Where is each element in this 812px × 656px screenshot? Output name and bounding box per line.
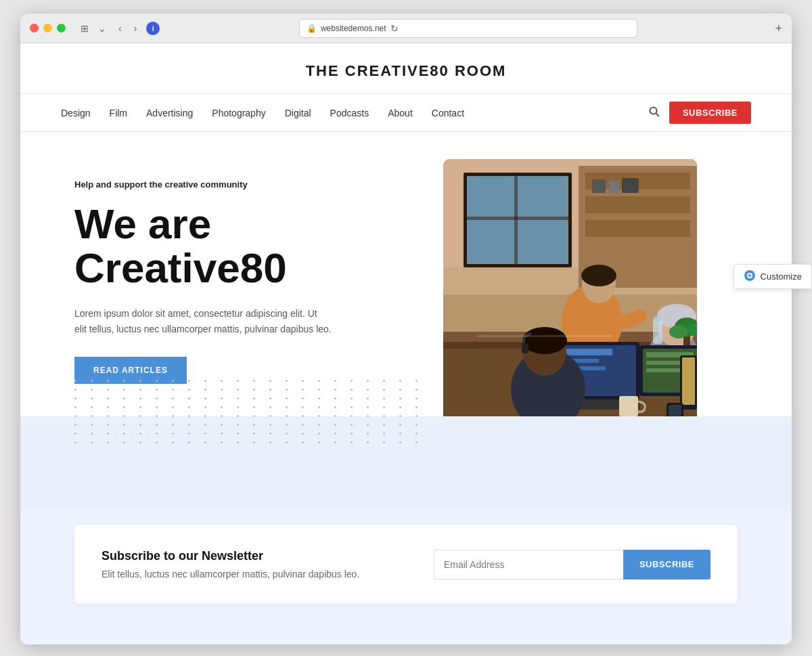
browser-window: ⊞ ⌄ ‹ › i 🔒 websitedemos.net ↻ + THE CRE… (20, 14, 792, 644)
hero-heading-line2: Creative80 (74, 244, 287, 291)
svg-point-31 (522, 327, 567, 354)
window-controls (30, 24, 66, 32)
nav-item-film[interactable]: Film (110, 108, 127, 118)
svg-rect-14 (609, 181, 619, 193)
hero-tagline: Help and support the creative community (74, 179, 426, 190)
maximize-button[interactable] (57, 24, 66, 32)
nav-item-photography[interactable]: Photography (212, 108, 265, 118)
sidebar-toggle[interactable]: ⊞ (78, 22, 91, 35)
address-bar[interactable]: 🔒 websitedemos.net ↻ (299, 19, 637, 38)
customize-label: Customize (761, 271, 792, 282)
svg-rect-15 (622, 178, 639, 193)
hero-heading: We are Creative80 (74, 202, 426, 290)
nav-links: Design Film Advertising Photography Digi… (61, 108, 464, 118)
newsletter-title: Subscribe to our Newsletter (102, 549, 359, 563)
newsletter-subscribe-button[interactable]: SUBSCRIBE (623, 550, 710, 580)
svg-line-1 (656, 113, 659, 116)
email-input[interactable] (434, 550, 623, 580)
nav-actions: SUBSCRIBE (649, 102, 751, 124)
browser-titlebar: ⊞ ⌄ ‹ › i 🔒 websitedemos.net ↻ + (20, 14, 792, 43)
lock-icon: 🔒 (307, 24, 317, 33)
site-header: THE CREATIVE80 ROOM (20, 43, 792, 94)
new-tab-button[interactable]: + (775, 22, 782, 35)
nav-item-design[interactable]: Design (61, 108, 91, 118)
svg-rect-52 (619, 396, 638, 416)
newsletter-card: Subscribe to our Newsletter Elit tellus,… (74, 525, 738, 604)
nav-item-about[interactable]: About (388, 108, 413, 118)
svg-point-55 (748, 274, 751, 277)
site-title: THE CREATIVE80 ROOM (34, 62, 778, 80)
customize-icon (744, 269, 756, 284)
svg-rect-39 (646, 361, 683, 365)
close-button[interactable] (30, 24, 39, 32)
svg-point-0 (650, 107, 656, 114)
svg-rect-48 (682, 357, 695, 405)
hero-image (443, 159, 697, 450)
privacy-icon: i (146, 22, 160, 35)
nav-item-advertising[interactable]: Advertising (146, 108, 193, 118)
newsletter-form: SUBSCRIBE (434, 550, 710, 580)
svg-rect-42 (654, 316, 662, 322)
site-wrapper: THE CREATIVE80 ROOM Design Film Advertis… (20, 43, 792, 644)
nav-item-digital[interactable]: Digital (285, 108, 311, 118)
newsletter-section: Subscribe to our Newsletter Elit tellus,… (20, 511, 792, 644)
svg-rect-12 (585, 220, 690, 237)
svg-rect-51 (477, 335, 612, 337)
address-bar-area: 🔒 websitedemos.net ↻ + (166, 19, 782, 38)
newsletter-subtitle: Elit tellus, luctus nec ullamcorper matt… (102, 569, 359, 580)
search-button[interactable] (649, 106, 660, 120)
svg-rect-41 (653, 318, 662, 344)
reload-button[interactable]: ↻ (390, 23, 399, 34)
main-nav: Design Film Advertising Photography Digi… (20, 94, 792, 132)
svg-point-21 (581, 265, 616, 286)
back-button[interactable]: ‹ (116, 22, 125, 35)
nav-controls: ⊞ ⌄ (78, 22, 109, 35)
minimize-button[interactable] (43, 24, 52, 32)
svg-rect-13 (592, 179, 606, 193)
svg-rect-8 (467, 217, 568, 220)
dots-pattern (74, 380, 425, 443)
customize-button[interactable]: Customize (734, 264, 792, 289)
hero-image-area (426, 173, 683, 457)
nav-item-contact[interactable]: Contact (432, 108, 464, 118)
hero-body: Lorem ipsum dolor sit amet, consectetur … (74, 306, 332, 336)
svg-rect-11 (585, 196, 690, 213)
hero-heading-line1: We are (74, 200, 211, 247)
svg-rect-32 (522, 343, 528, 353)
forward-button[interactable]: › (131, 22, 140, 35)
subscribe-button[interactable]: SUBSCRIBE (669, 102, 751, 124)
svg-point-45 (669, 325, 688, 338)
newsletter-text: Subscribe to our Newsletter Elit tellus,… (102, 549, 359, 580)
chevron-down-icon[interactable]: ⌄ (95, 22, 109, 35)
url-text: websitedemos.net (321, 24, 386, 33)
nav-item-podcasts[interactable]: Podcasts (330, 108, 369, 118)
